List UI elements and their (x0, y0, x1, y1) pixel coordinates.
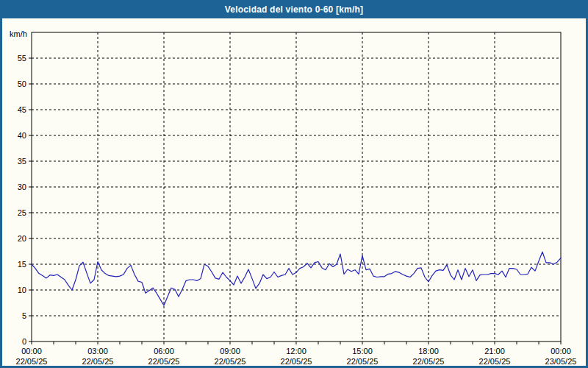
x-tick-time-label: 03:00 (87, 347, 108, 355)
y-tick-label: 0 (22, 337, 26, 346)
y-tick-label: 25 (18, 208, 26, 217)
x-tick-date-label: 22/05/25 (16, 357, 48, 366)
x-tick-time-label: 15:00 (352, 347, 373, 355)
y-tick-label: 40 (18, 131, 26, 140)
chart-title: Velocidad del viento 0-60 [km/h] (225, 4, 363, 15)
x-tick-date-label: 22/05/25 (215, 357, 246, 366)
y-tick-label: 15 (18, 260, 26, 269)
y-tick-label: 55 (18, 54, 26, 63)
x-tick-date-label: 22/05/25 (281, 357, 312, 366)
wind-speed-line-chart: 051015202530354045505500:0022/05/2503:00… (2, 18, 588, 368)
x-tick-date-label: 22/05/25 (347, 357, 379, 366)
x-tick-time-label: 18:00 (418, 347, 439, 355)
x-tick-date-label: 23/05/25 (545, 357, 577, 366)
y-tick-label: 45 (18, 105, 26, 114)
chart-window: Velocidad del viento 0-60 [km/h] km/h 05… (0, 0, 588, 368)
x-tick-time-label: 12:00 (286, 347, 306, 355)
y-tick-label: 50 (18, 79, 26, 88)
title-bar: Velocidad del viento 0-60 [km/h] (0, 0, 588, 18)
y-tick-label: 30 (18, 183, 26, 191)
x-tick-date-label: 22/05/25 (148, 357, 180, 366)
y-tick-label: 35 (18, 157, 26, 166)
y-tick-label: 20 (18, 234, 26, 243)
x-tick-time-label: 09:00 (220, 347, 240, 355)
x-tick-date-label: 22/05/25 (479, 357, 511, 366)
x-tick-date-label: 22/05/25 (413, 357, 445, 366)
x-tick-time-label: 00:00 (551, 347, 571, 355)
y-tick-label: 10 (18, 286, 26, 294)
x-tick-date-label: 22/05/25 (82, 357, 114, 366)
x-tick-time-label: 21:00 (484, 347, 505, 355)
y-tick-label: 5 (22, 311, 26, 320)
x-tick-time-label: 00:00 (21, 347, 42, 355)
x-tick-time-label: 06:00 (154, 347, 174, 355)
